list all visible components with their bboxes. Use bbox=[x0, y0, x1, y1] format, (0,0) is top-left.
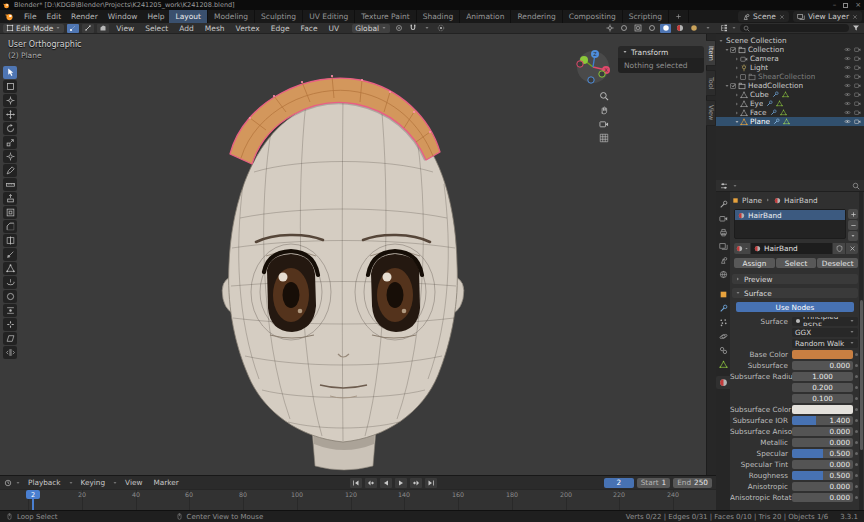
close-button[interactable]: × bbox=[855, 2, 861, 9]
outliner-row-light[interactable]: Light bbox=[716, 63, 864, 72]
tool-bevel[interactable] bbox=[3, 220, 17, 233]
roughness-slider[interactable]: 0.500 bbox=[792, 471, 853, 480]
hide-in-viewport-icon[interactable] bbox=[844, 55, 851, 62]
hide-in-viewport-icon[interactable] bbox=[844, 100, 851, 107]
base-color-swatch[interactable] bbox=[792, 350, 853, 359]
jump-to-prev-keyframe-button[interactable] bbox=[365, 478, 377, 488]
workspace-tab-scripting[interactable]: Scripting bbox=[623, 10, 669, 23]
use-nodes-button[interactable]: Use Nodes bbox=[736, 302, 854, 312]
menu-mesh[interactable]: Mesh bbox=[201, 24, 229, 33]
surface-section-header[interactable]: Surface bbox=[732, 288, 858, 298]
play-button[interactable] bbox=[395, 478, 407, 488]
menu-render[interactable]: Render bbox=[66, 10, 103, 23]
jump-to-start-button[interactable] bbox=[350, 478, 362, 488]
timeline-editor-icon[interactable] bbox=[4, 479, 12, 487]
camera-view-icon[interactable] bbox=[598, 118, 610, 130]
workspace-tab-layout[interactable]: Layout bbox=[169, 10, 208, 23]
properties-tab-world[interactable] bbox=[716, 268, 730, 281]
outliner-row-plane-active[interactable]: Plane bbox=[716, 117, 864, 126]
disable-in-render-icon[interactable] bbox=[854, 46, 861, 53]
properties-tab-object[interactable] bbox=[716, 288, 730, 301]
subsurface-anisotropy-slider[interactable]: 0.000 bbox=[792, 427, 853, 436]
collection-checkbox[interactable] bbox=[730, 47, 736, 53]
properties-editor-icon[interactable] bbox=[720, 182, 728, 190]
face-select-mode-button[interactable] bbox=[97, 24, 109, 33]
tool-inset-faces[interactable] bbox=[3, 206, 17, 219]
properties-tab-view-layer[interactable] bbox=[716, 240, 730, 253]
workspace-tab-animation[interactable]: Animation bbox=[460, 10, 511, 23]
add-material-slot-button[interactable] bbox=[848, 209, 858, 219]
menu-view[interactable]: View bbox=[121, 478, 146, 487]
preview-section-header[interactable]: Preview bbox=[732, 274, 858, 284]
subsurface-radius-z-field[interactable]: 0.100 bbox=[792, 394, 853, 403]
material-slot-list[interactable]: HairBand bbox=[734, 209, 846, 239]
current-frame-field[interactable]: 2 bbox=[604, 478, 634, 488]
xray-toggle[interactable] bbox=[632, 24, 643, 33]
outliner-row-collection[interactable]: Collection bbox=[716, 45, 864, 54]
outliner-row-eye[interactable]: Eye bbox=[716, 99, 864, 108]
shading-wireframe-button[interactable] bbox=[646, 24, 657, 33]
tool-knife[interactable] bbox=[3, 248, 17, 261]
properties-tab-constraints[interactable] bbox=[716, 344, 730, 357]
menu-edit[interactable]: Edit bbox=[42, 10, 67, 23]
proportional-editing-toggle[interactable] bbox=[435, 24, 446, 33]
workspace-tab-uv-editing[interactable]: UV Editing bbox=[303, 10, 355, 23]
search-icon[interactable] bbox=[852, 182, 860, 190]
shading-material-button[interactable] bbox=[674, 24, 685, 33]
snap-toggle[interactable] bbox=[407, 24, 418, 33]
subsurface-method-dropdown[interactable]: Random Walk bbox=[792, 339, 858, 348]
properties-tab-scene[interactable] bbox=[716, 254, 730, 267]
tool-shrink-fatten[interactable] bbox=[3, 318, 17, 331]
menu-help[interactable]: Help bbox=[142, 10, 169, 23]
tool-edge-slide[interactable] bbox=[3, 304, 17, 317]
anisotropic-rotation-slider[interactable]: 0.000 bbox=[792, 493, 853, 502]
menu-keying[interactable]: Keying bbox=[77, 478, 110, 487]
outliner-row-shearcollection[interactable]: ShearCollection bbox=[716, 72, 864, 81]
filter-icon[interactable] bbox=[852, 24, 860, 32]
edge-select-mode-button[interactable] bbox=[82, 24, 94, 33]
outliner-row-scene-collection[interactable]: Scene Collection bbox=[716, 36, 864, 45]
jump-to-end-button[interactable] bbox=[425, 478, 437, 488]
snap-dropdown[interactable] bbox=[421, 24, 432, 33]
hide-in-viewport-icon[interactable] bbox=[844, 73, 851, 80]
tool-3d-cursor[interactable] bbox=[3, 94, 17, 107]
frame-start-field[interactable]: Start1 bbox=[637, 478, 670, 488]
disable-in-render-icon[interactable] bbox=[854, 91, 861, 98]
material-specials-button[interactable] bbox=[848, 231, 858, 241]
assign-button[interactable]: Assign bbox=[734, 258, 775, 268]
workspace-tab-shading[interactable]: Shading bbox=[417, 10, 460, 23]
outliner-row-camera[interactable]: Camera bbox=[716, 54, 864, 63]
properties-tab-particles[interactable] bbox=[716, 316, 730, 329]
zoom-icon[interactable] bbox=[598, 90, 610, 102]
frame-end-field[interactable]: End250 bbox=[673, 478, 712, 488]
properties-tab-output[interactable] bbox=[716, 226, 730, 239]
outliner-row-face[interactable]: Face bbox=[716, 108, 864, 117]
tool-extrude-region[interactable] bbox=[3, 192, 17, 205]
menu-face[interactable]: Face bbox=[297, 24, 322, 33]
deselect-button[interactable]: Deselect bbox=[817, 258, 858, 268]
show-gizmo-toggle[interactable] bbox=[604, 24, 615, 33]
specular-tint-slider[interactable]: 0.000 bbox=[792, 460, 853, 469]
chevron-down-icon[interactable] bbox=[732, 183, 738, 189]
toggle-perspective-icon[interactable] bbox=[598, 132, 610, 144]
properties-tab-render[interactable] bbox=[716, 212, 730, 225]
unlink-view-layer-icon[interactable] bbox=[852, 14, 858, 20]
add-workspace-button[interactable] bbox=[669, 10, 689, 23]
tool-rip-region[interactable] bbox=[3, 346, 17, 359]
tool-transform[interactable] bbox=[3, 150, 17, 163]
collection-checkbox[interactable] bbox=[740, 74, 746, 80]
hide-in-viewport-icon[interactable] bbox=[844, 118, 851, 125]
menu-edge[interactable]: Edge bbox=[267, 24, 294, 33]
workspace-tab-rendering[interactable]: Rendering bbox=[511, 10, 562, 23]
properties-tab-modifiers[interactable] bbox=[716, 302, 730, 315]
outliner-row-cube[interactable]: Cube bbox=[716, 90, 864, 99]
shading-dropdown[interactable] bbox=[702, 24, 713, 33]
hide-in-viewport-icon[interactable] bbox=[844, 46, 851, 53]
menu-marker[interactable]: Marker bbox=[149, 478, 182, 487]
minimize-button[interactable]: – bbox=[833, 2, 837, 9]
tool-tweak[interactable] bbox=[3, 66, 17, 79]
transform-panel-header[interactable]: Transform bbox=[618, 46, 704, 58]
move-view-icon[interactable] bbox=[598, 104, 610, 116]
properties-tab-material[interactable] bbox=[716, 376, 730, 389]
remove-material-slot-button[interactable] bbox=[848, 220, 858, 230]
